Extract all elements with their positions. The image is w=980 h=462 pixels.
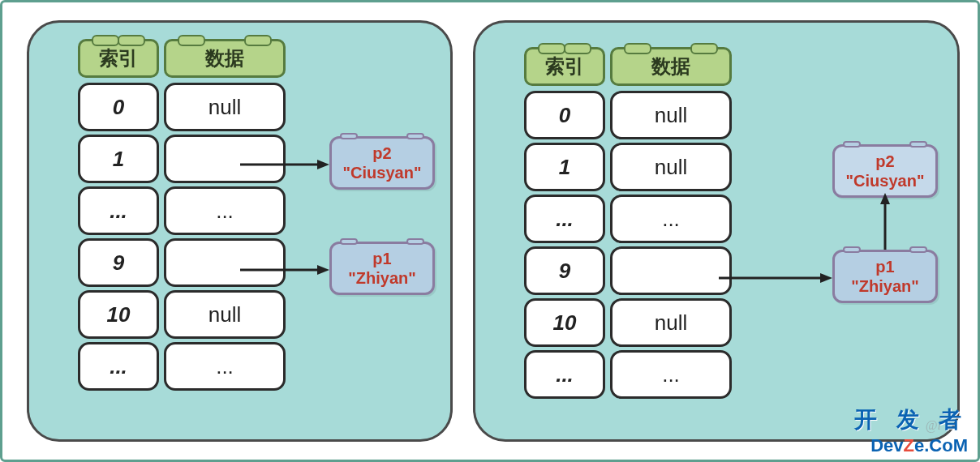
data-cell: null (610, 143, 732, 191)
index-cell: ... (524, 350, 605, 399)
left-table-header: 索引 数据 (78, 39, 286, 78)
right-table-header: 索引 数据 (524, 47, 732, 86)
data-cell (610, 246, 732, 295)
right-panel: 索引 数据 0null 1null ...... 9 10null ......… (473, 20, 960, 442)
node-label-line1: p2 (845, 152, 926, 171)
right-table-body: 0null 1null ...... 9 10null ...... (524, 91, 732, 399)
data-cell: ... (610, 350, 732, 399)
index-cell: ... (524, 195, 605, 243)
node-p2-left: p2 "Ciusyan" (329, 136, 435, 190)
svg-marker-3 (317, 265, 329, 275)
diagram-canvas: 索引 数据 0null 1 ...... 9 10null ...... p2 … (0, 0, 980, 462)
node-p1-left: p1 "Zhiyan" (329, 242, 435, 295)
right-table: 索引 数据 0null 1null ...... 9 10null ...... (524, 47, 732, 399)
node-label-line1: p2 (342, 143, 423, 163)
arrow-icon (240, 262, 329, 281)
header-index: 索引 (78, 39, 159, 78)
svg-marker-7 (880, 193, 890, 204)
arrow-up-icon (877, 193, 893, 253)
table-row: 1null (524, 143, 732, 191)
table-row: 10null (524, 298, 732, 347)
index-cell: 0 (524, 91, 605, 139)
data-cell: ... (164, 342, 286, 391)
left-table-body: 0null 1 ...... 9 10null ...... (78, 83, 286, 391)
data-cell: null (164, 290, 286, 339)
table-row: ...... (524, 350, 732, 399)
index-cell: 9 (78, 238, 159, 287)
signature-watermark: @i (926, 418, 941, 433)
index-cell: 9 (524, 246, 605, 295)
data-cell: null (610, 91, 732, 139)
table-row: 10null (78, 290, 286, 339)
data-cell: null (164, 83, 286, 131)
svg-marker-1 (317, 160, 329, 169)
node-label-line2: "Ciusyan" (845, 171, 926, 190)
table-row: 0null (524, 91, 732, 139)
node-label-line1: p1 (845, 257, 926, 276)
data-cell: ... (610, 195, 732, 243)
node-label-line2: "Ciusyan" (342, 163, 423, 182)
left-table: 索引 数据 0null 1 ...... 9 10null ...... (78, 39, 286, 391)
index-cell: ... (78, 186, 159, 235)
table-row: 9 (524, 246, 732, 295)
index-cell: ... (78, 342, 159, 391)
node-label-line1: p1 (342, 249, 423, 268)
node-p2-right: p2 "Ciusyan" (832, 144, 938, 198)
node-p1-right: p1 "Zhiyan" (832, 250, 938, 303)
index-cell: 1 (78, 135, 159, 183)
index-cell: 10 (524, 298, 605, 347)
table-row: 0null (78, 83, 286, 131)
header-data: 数据 (610, 47, 732, 86)
left-panel: 索引 数据 0null 1 ...... 9 10null ...... p2 … (27, 20, 453, 442)
index-cell: 10 (78, 290, 159, 339)
header-index: 索引 (524, 47, 605, 86)
index-cell: 1 (524, 143, 605, 191)
node-label-line2: "Zhiyan" (342, 268, 423, 288)
table-row: ...... (78, 186, 286, 235)
data-cell: null (610, 298, 732, 347)
arrow-icon (240, 156, 329, 176)
table-row: ...... (78, 342, 286, 391)
data-cell: ... (164, 186, 286, 235)
svg-marker-5 (820, 273, 832, 283)
arrow-icon (719, 270, 832, 289)
node-label-line2: "Zhiyan" (845, 276, 926, 296)
table-row: ...... (524, 195, 732, 243)
header-data: 数据 (164, 39, 286, 78)
index-cell: 0 (78, 83, 159, 131)
